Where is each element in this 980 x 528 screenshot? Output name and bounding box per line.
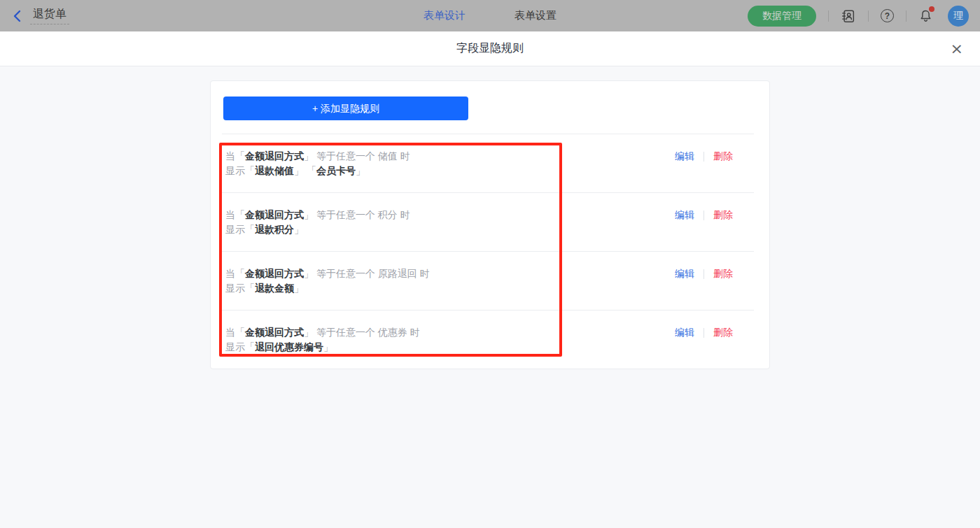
- app-title[interactable]: 退货单: [30, 7, 69, 24]
- show-prefix: 显示「: [225, 341, 255, 352]
- rule-show-line: 显示「退回优惠券编号」: [225, 340, 420, 355]
- close-icon[interactable]: ×: [951, 41, 963, 57]
- show-separator: 」 「: [294, 165, 316, 176]
- show-prefix: 显示「: [225, 224, 255, 235]
- modal-body: + 添加显隐规则 当「金额退回方式」 等于任意一个 储值 时 显示「退款储值」 …: [0, 80, 980, 528]
- action-divider: [704, 269, 704, 279]
- rule-row: 当「金额退回方式」 等于任意一个 原路退回 时 显示「退款金额」 编辑 删除: [222, 252, 754, 311]
- action-divider: [704, 152, 704, 162]
- show-field: 退款储值: [255, 165, 294, 176]
- edit-button[interactable]: 编辑: [675, 208, 694, 222]
- rule-row: 当「金额退回方式」 等于任意一个 积分 时 显示「退款积分」 编辑 删除: [222, 193, 754, 252]
- condition-field: 金额退回方式: [245, 268, 304, 279]
- tab-form-design[interactable]: 表单设计: [424, 9, 465, 22]
- show-suffix: 」: [323, 341, 333, 352]
- avatar[interactable]: 理: [948, 6, 969, 27]
- add-rule-section: + 添加显隐规则: [222, 81, 754, 134]
- condition-prefix: 当「: [225, 327, 245, 338]
- contacts-icon[interactable]: [841, 8, 856, 24]
- condition-prefix: 当「: [225, 209, 245, 220]
- rule-show-line: 显示「退款积分」: [225, 222, 410, 237]
- rule-condition-line: 当「金额退回方式」 等于任意一个 储值 时: [225, 149, 410, 164]
- notification-badge-dot: [929, 6, 934, 12]
- topbar-left: 退货单: [11, 7, 69, 24]
- back-button[interactable]: [11, 10, 23, 22]
- show-suffix: 」: [294, 224, 304, 235]
- rule-condition-line: 当「金额退回方式」 等于任意一个 优惠券 时: [225, 325, 420, 340]
- condition-clause: 」 等于任意一个 优惠券 时: [304, 327, 420, 338]
- rule-actions: 编辑 删除: [675, 208, 733, 222]
- rule-actions: 编辑 删除: [675, 325, 733, 340]
- tab-form-settings[interactable]: 表单设置: [514, 9, 556, 22]
- chevron-left-icon: [11, 10, 23, 22]
- show-field: 退款积分: [255, 224, 294, 235]
- edit-button[interactable]: 编辑: [675, 266, 694, 281]
- rule-actions: 编辑 删除: [675, 149, 733, 164]
- rule-text: 当「金额退回方式」 等于任意一个 储值 时 显示「退款储值」 「会员卡号」: [225, 149, 410, 178]
- condition-field: 金额退回方式: [245, 327, 304, 338]
- rule-condition-line: 当「金额退回方式」 等于任意一个 原路退回 时: [225, 266, 430, 281]
- show-prefix: 显示「: [225, 165, 255, 176]
- topbar-right: 数据管理 ? 理: [748, 6, 969, 27]
- modal-header: 字段显隐规则 ×: [0, 31, 980, 66]
- topbar: 退货单 表单设计 表单设置 数据管理 ?: [0, 0, 980, 31]
- show-suffix: 」: [356, 165, 365, 176]
- help-glyph: ?: [881, 9, 894, 22]
- condition-clause: 」 等于任意一个 储值 时: [304, 150, 410, 162]
- topbar-divider: [828, 10, 829, 22]
- show-prefix: 显示「: [225, 283, 255, 294]
- delete-button[interactable]: 删除: [713, 266, 733, 281]
- topbar-divider: [868, 10, 869, 22]
- rule-condition-line: 当「金额退回方式」 等于任意一个 积分 时: [225, 208, 410, 222]
- edit-button[interactable]: 编辑: [675, 325, 694, 340]
- edit-button[interactable]: 编辑: [675, 149, 694, 164]
- condition-field: 金额退回方式: [245, 209, 304, 220]
- modal-title: 字段显隐规则: [456, 41, 524, 56]
- show-field: 退回优惠券编号: [255, 341, 323, 352]
- rule-show-line: 显示「退款储值」 「会员卡号」: [225, 164, 410, 178]
- action-divider: [704, 211, 704, 220]
- rule-row: 当「金额退回方式」 等于任意一个 优惠券 时 显示「退回优惠券编号」 编辑 删除: [222, 311, 754, 369]
- data-manage-button[interactable]: 数据管理: [748, 6, 816, 27]
- action-divider: [704, 328, 704, 338]
- add-rule-button[interactable]: + 添加显隐规则: [223, 97, 468, 120]
- condition-field: 金额退回方式: [245, 150, 304, 162]
- topbar-divider: [906, 10, 906, 22]
- rule-text: 当「金额退回方式」 等于任意一个 优惠券 时 显示「退回优惠券编号」: [225, 325, 420, 355]
- rule-text: 当「金额退回方式」 等于任意一个 原路退回 时 显示「退款金额」: [225, 266, 430, 296]
- rules-card: + 添加显隐规则 当「金额退回方式」 等于任意一个 储值 时 显示「退款储值」 …: [210, 80, 770, 369]
- show-suffix: 」: [294, 283, 304, 294]
- condition-clause: 」 等于任意一个 原路退回 时: [304, 268, 430, 279]
- help-icon[interactable]: ?: [881, 9, 894, 22]
- delete-button[interactable]: 删除: [713, 325, 733, 340]
- condition-prefix: 当「: [225, 150, 245, 162]
- condition-clause: 」 等于任意一个 积分 时: [304, 209, 410, 220]
- condition-prefix: 当「: [225, 268, 245, 279]
- delete-button[interactable]: 删除: [713, 208, 733, 222]
- rule-row: 当「金额退回方式」 等于任意一个 储值 时 显示「退款储值」 「会员卡号」 编辑…: [222, 134, 754, 193]
- topbar-tabs: 表单设计 表单设置: [424, 0, 556, 31]
- delete-button[interactable]: 删除: [713, 149, 733, 164]
- rule-show-line: 显示「退款金额」: [225, 281, 430, 296]
- bell-icon[interactable]: [918, 8, 933, 24]
- show-field: 退款金额: [255, 283, 294, 294]
- rule-actions: 编辑 删除: [675, 266, 733, 281]
- show-field: 会员卡号: [316, 165, 356, 176]
- rule-text: 当「金额退回方式」 等于任意一个 积分 时 显示「退款积分」: [225, 208, 410, 237]
